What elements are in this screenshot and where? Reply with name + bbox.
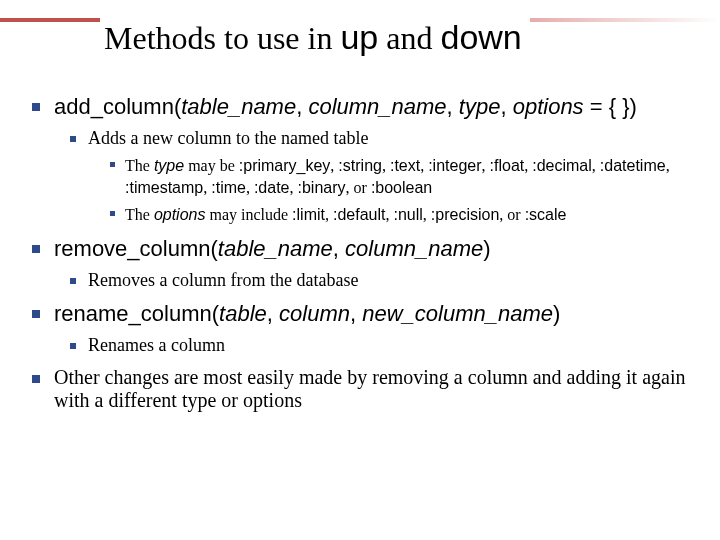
sym: :primary_key — [239, 157, 331, 174]
tail: = { }) — [584, 94, 637, 119]
method-name: rename_column — [54, 301, 212, 326]
desc-text: Adds a new column to the named table — [88, 128, 368, 149]
sym: :scale — [525, 206, 567, 223]
arg: column_name — [308, 94, 446, 119]
bullet-icon — [32, 310, 40, 318]
bullet-icon — [70, 136, 76, 142]
sep: , — [500, 94, 512, 119]
method-signature: rename_column(table, column, new_column_… — [54, 301, 560, 327]
title-text-2: and — [378, 20, 440, 56]
sym: :timestamp — [125, 179, 203, 196]
options-detail: The options may include :limit, :default… — [110, 204, 688, 226]
sym: :decimal — [532, 157, 592, 174]
paren: ) — [483, 236, 490, 261]
sep: , — [296, 94, 308, 119]
other-text: Other changes are most easily made by re… — [54, 366, 688, 412]
sym: :time — [211, 179, 246, 196]
sep: , — [267, 301, 279, 326]
method-name: remove_column — [54, 236, 211, 261]
sym: :date — [254, 179, 290, 196]
t: may include — [205, 206, 292, 223]
sym: :string — [338, 157, 382, 174]
sym: :precision — [431, 206, 499, 223]
paren: ( — [211, 236, 218, 261]
c: , — [290, 179, 298, 196]
desc-text: Removes a column from the database — [88, 270, 358, 291]
other-note: Other changes are most easily made by re… — [32, 366, 688, 412]
slide-title: Methods to use in up and down — [100, 18, 530, 57]
sym: :limit — [292, 206, 325, 223]
title-text-1: Methods to use in — [104, 20, 340, 56]
arg: new_column_name — [362, 301, 553, 326]
sym: :binary — [298, 179, 346, 196]
method-desc: Adds a new column to the named table — [70, 128, 688, 149]
or: , or — [346, 179, 371, 196]
sym: :integer — [428, 157, 481, 174]
t: The — [125, 206, 154, 223]
or: , or — [499, 206, 524, 223]
method-desc: Removes a column from the database — [70, 270, 688, 291]
bullet-icon — [70, 343, 76, 349]
c: , — [482, 157, 490, 174]
sym: :boolean — [371, 179, 432, 196]
arg: column — [279, 301, 350, 326]
method-remove-column: remove_column(table_name, column_name) — [32, 236, 688, 262]
title-code-up: up — [340, 18, 378, 56]
method-desc: Renames a column — [70, 335, 688, 356]
slide-body: add_column(table_name, column_name, type… — [0, 78, 720, 440]
bullet-icon — [32, 103, 40, 111]
kw: options — [154, 206, 206, 223]
c: , — [382, 157, 390, 174]
arg: options — [513, 94, 584, 119]
c: , — [423, 206, 431, 223]
arg: table_name — [218, 236, 333, 261]
bullet-icon — [32, 375, 40, 383]
sep: , — [350, 301, 362, 326]
type-detail-text: The type may be :primary_key, :string, :… — [125, 155, 688, 198]
paren: ( — [212, 301, 219, 326]
paren: ) — [553, 301, 560, 326]
c: , — [420, 157, 428, 174]
t: may be — [184, 157, 239, 174]
options-detail-text: The options may include :limit, :default… — [125, 204, 566, 226]
sep: , — [333, 236, 345, 261]
arg: type — [459, 94, 501, 119]
t: The — [125, 157, 154, 174]
c: , — [592, 157, 600, 174]
slide-header: Methods to use in up and down — [0, 0, 720, 78]
bullet-icon — [110, 211, 115, 216]
bullet-icon — [32, 245, 40, 253]
kw: type — [154, 157, 184, 174]
type-detail: The type may be :primary_key, :string, :… — [110, 155, 688, 198]
method-signature: add_column(table_name, column_name, type… — [54, 94, 637, 120]
method-rename-column: rename_column(table, column, new_column_… — [32, 301, 688, 327]
bullet-icon — [70, 278, 76, 284]
c: , — [246, 179, 254, 196]
desc-text: Renames a column — [88, 335, 225, 356]
title-code-down: down — [440, 18, 521, 56]
arg: table — [219, 301, 267, 326]
c: , — [325, 206, 333, 223]
method-name: add_column — [54, 94, 174, 119]
sym: :datetime — [600, 157, 666, 174]
method-signature: remove_column(table_name, column_name) — [54, 236, 491, 262]
bullet-icon — [110, 162, 115, 167]
sym: :null — [393, 206, 422, 223]
sym: :default — [333, 206, 385, 223]
c: , — [666, 157, 670, 174]
arg: column_name — [345, 236, 483, 261]
method-add-column: add_column(table_name, column_name, type… — [32, 94, 688, 120]
sym: :float — [490, 157, 525, 174]
sym: :text — [390, 157, 420, 174]
arg: table_name — [181, 94, 296, 119]
sep: , — [447, 94, 459, 119]
